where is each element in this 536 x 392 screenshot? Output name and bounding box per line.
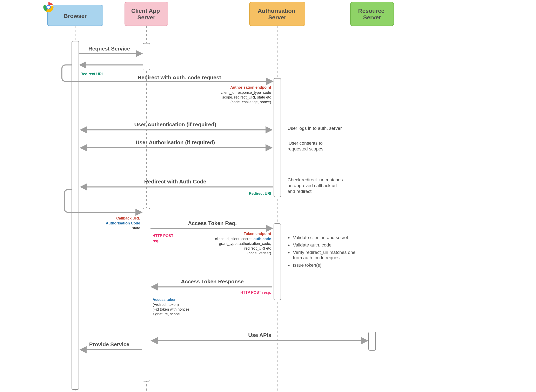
diagram-root: Browser Client App Server Authorisation …	[0, 0, 536, 392]
label-token-endpoint: Token endpoint	[244, 232, 271, 236]
svg-point-23	[288, 265, 290, 266]
note-token-endpoint-l4: (code_verifier)	[247, 251, 271, 255]
sequence-diagram-svg: Browser Client App Server Authorisation …	[0, 0, 536, 392]
note-user-authz-l1: User consents to	[289, 140, 323, 146]
activation-browser	[72, 41, 79, 390]
label-http-post-req-2: req.	[153, 239, 159, 243]
svg-text:Check redirect_uri matches: Check redirect_uri matches	[288, 177, 343, 182]
actor-resource: Resource Server	[350, 2, 394, 26]
note-auth-endpoint: Authorisation endpoint client_id, respon…	[221, 85, 271, 104]
svg-point-6	[47, 6, 50, 9]
actor-browser-label: Browser	[64, 13, 87, 19]
label-redirect-uri-2: Redirect URI	[249, 191, 271, 196]
label-http-post-resp: HTTP POST resp.	[240, 290, 271, 294]
note-user-authn: User logs in to auth. server	[288, 126, 342, 131]
msg-access-token-req: Access Token Req.	[188, 220, 237, 226]
activation-client-1	[143, 43, 150, 70]
label-redirect-uri-1: Redirect URI	[80, 72, 103, 76]
note-resp-l2: (+id token with nonce)	[153, 307, 189, 311]
msg-user-authz: User Authorisation (if required)	[136, 139, 215, 145]
msg-use-apis: Use APIs	[248, 332, 271, 338]
msg-provide-service: Provide Service	[89, 341, 129, 347]
actor-browser: Browser	[43, 2, 103, 26]
label-state: state	[132, 226, 140, 230]
note-auth-endpoint-l3: (code_challenge, nonce)	[230, 100, 271, 104]
activation-auth-1	[274, 78, 281, 197]
note-auth-endpoint-l2: scope, redirect_URI, state etc	[222, 95, 271, 100]
actor-auth: Authorisation Server	[249, 2, 305, 26]
svg-text:Validate client id and secret: Validate client id and secret	[293, 235, 348, 240]
label-callback-url: Callback URL	[116, 216, 140, 220]
activation-auth-2	[274, 224, 281, 300]
note-token-endpoint: Token endpoint client_id, client_secret,…	[215, 232, 271, 255]
actor-client: Client App Server	[125, 2, 168, 26]
note-resp-l3: signature, scope	[153, 312, 180, 316]
svg-text:Verify redirect_uri matches on: Verify redirect_uri matches one	[293, 250, 355, 255]
label-access-token: Access token	[153, 298, 176, 302]
chrome-icon	[43, 2, 53, 12]
activation-client-2	[143, 208, 150, 381]
note-resp-l1: (+refresh token)	[153, 303, 179, 307]
msg-user-authn: User Authentication (if required)	[134, 121, 216, 128]
msg-redirect-with-code: Redirect with Auth Code	[144, 178, 206, 185]
svg-text:and redirect: and redirect	[288, 189, 311, 194]
svg-point-20	[288, 252, 290, 253]
note-redirect-check: Check redirect_uri matches an approved c…	[288, 177, 343, 194]
note-token-endpoint-l1: client_id, client_secret, auth code	[215, 237, 271, 241]
label-auth-endpoint: Authorisation endpoint	[230, 85, 271, 89]
label-authz-code: Authorisation Code	[106, 221, 140, 225]
label-http-post-req-1: HTTP POST	[153, 234, 173, 238]
svg-point-18	[288, 245, 290, 246]
msg-access-token-resp: Access Token Response	[181, 278, 244, 285]
svg-text:Validate auth. code: Validate auth. code	[293, 242, 331, 247]
svg-text:from auth. code request: from auth. code request	[293, 255, 341, 260]
note-token-endpoint-l3: redirect_URI etc	[244, 246, 271, 251]
svg-text:an approved callback url: an approved callback url	[288, 183, 337, 188]
msg-redirect-auth-code-req: Redirect with Auth. code request	[138, 75, 221, 81]
note-validate-bullets: Validate client id and secretValidate au…	[288, 235, 356, 268]
note-user-authz-l2: requested scopes	[288, 146, 324, 151]
svg-point-16	[288, 237, 290, 239]
msg-request-service: Request Service	[89, 46, 130, 52]
svg-text:Issue token(s): Issue token(s)	[293, 263, 321, 268]
note-auth-endpoint-l1: client_id, response_type=code	[221, 90, 271, 95]
activation-resource	[369, 332, 376, 350]
note-token-endpoint-l2: grant_type=authorization_code,	[219, 242, 271, 246]
note-access-token: Access token (+refresh token) (+id token…	[153, 298, 189, 316]
note-callback: Callback URL Authorisation Code state	[106, 216, 140, 230]
